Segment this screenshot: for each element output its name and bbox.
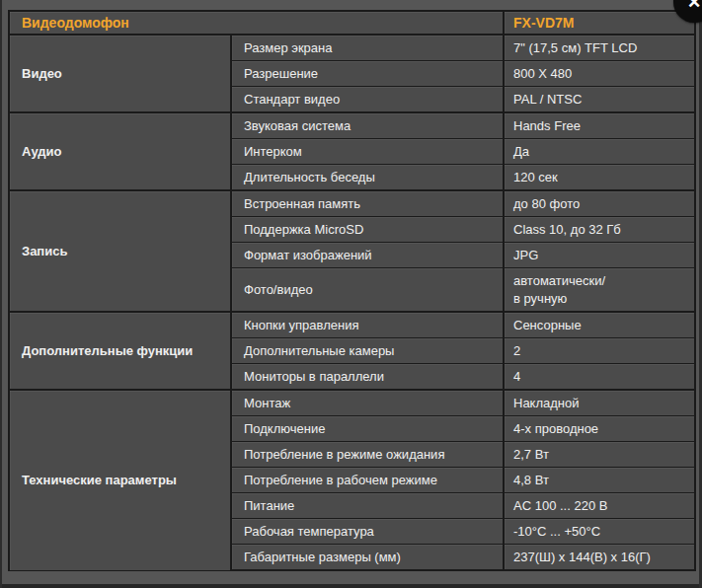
- param-cell: Длительность беседы: [231, 165, 504, 191]
- param-cell: Разрешение: [231, 61, 504, 87]
- category-cell: Видео: [9, 35, 231, 112]
- param-cell: Мониторы в параллели: [231, 364, 504, 391]
- table-title: Видеодомофон: [9, 11, 504, 35]
- spec-table-body: Видеодомофон FX-VD7M ВидеоРазмер экрана7…: [9, 11, 695, 570]
- category-cell: Аудио: [9, 112, 231, 190]
- value-cell: 7" (17,5 см) TFT LCD: [504, 35, 695, 61]
- value-cell: AC 100 ... 220 В: [504, 493, 695, 519]
- value-cell: 4-х проводное: [504, 416, 695, 442]
- param-cell: Размер экрана: [231, 35, 504, 61]
- spec-popup: Видеодомофон FX-VD7M ВидеоРазмер экрана7…: [0, 0, 702, 588]
- value-cell: JPG: [504, 243, 695, 268]
- param-cell: Монтаж: [231, 390, 504, 416]
- category-cell: Технические параметры: [9, 390, 231, 570]
- value-cell: 4: [504, 364, 695, 391]
- param-cell: Поддержка MicroSD: [231, 217, 504, 243]
- param-cell: Встроенная память: [231, 190, 504, 217]
- param-cell: Подключение: [231, 416, 504, 442]
- table-row: Технические параметрыМонтажНакладной: [9, 390, 695, 416]
- table-row: АудиоЗвуковая системаHands Free: [9, 112, 695, 139]
- param-cell: Фото/видео: [231, 268, 504, 313]
- value-cell: Class 10, до 32 Гб: [504, 217, 695, 243]
- table-row: ВидеоРазмер экрана7" (17,5 см) TFT LCD: [9, 35, 695, 61]
- close-icon: ✕: [687, 0, 701, 13]
- param-cell: Кнопки управления: [231, 312, 504, 338]
- value-cell: 2: [504, 338, 695, 364]
- param-cell: Стандарт видео: [231, 87, 504, 113]
- param-cell: Рабочая температура: [231, 519, 504, 545]
- value-cell: до 80 фото: [504, 190, 695, 217]
- param-cell: Формат изображений: [231, 243, 504, 268]
- param-cell: Потребление в режиме ожидания: [231, 442, 504, 468]
- table-row: ЗаписьВстроенная памятьдо 80 фото: [9, 190, 695, 217]
- param-cell: Потребление в рабочем режиме: [231, 468, 504, 493]
- value-cell: Накладной: [504, 390, 695, 416]
- model-name: FX-VD7M: [504, 11, 695, 35]
- param-cell: Питание: [231, 493, 504, 519]
- value-cell: 237(Ш) x 144(В) x 16(Г): [504, 545, 695, 571]
- value-cell: Hands Free: [504, 112, 695, 139]
- value-cell: -10°C ... +50°C: [504, 519, 695, 545]
- param-cell: Звуковая система: [231, 112, 504, 139]
- param-cell: Габаритные размеры (мм): [231, 545, 504, 571]
- param-cell: Интерком: [231, 139, 504, 165]
- category-cell: Запись: [9, 190, 231, 312]
- value-cell: Да: [504, 139, 695, 165]
- param-cell: Дополнительные камеры: [231, 338, 504, 364]
- value-cell: 2,7 Вт: [504, 442, 695, 468]
- spec-table: Видеодомофон FX-VD7M ВидеоРазмер экрана7…: [8, 10, 696, 571]
- value-cell: автоматически/ в ручную: [504, 268, 695, 313]
- value-cell: PAL / NTSC: [504, 87, 695, 113]
- table-row: Дополнительные функцииКнопки управленияС…: [9, 312, 695, 338]
- value-cell: 120 сек: [504, 165, 695, 191]
- table-header-row: Видеодомофон FX-VD7M: [9, 11, 695, 35]
- category-cell: Дополнительные функции: [9, 312, 231, 390]
- value-cell: 4,8 Вт: [504, 468, 695, 493]
- value-cell: 800 X 480: [504, 61, 695, 87]
- value-cell: Сенсорные: [504, 312, 695, 338]
